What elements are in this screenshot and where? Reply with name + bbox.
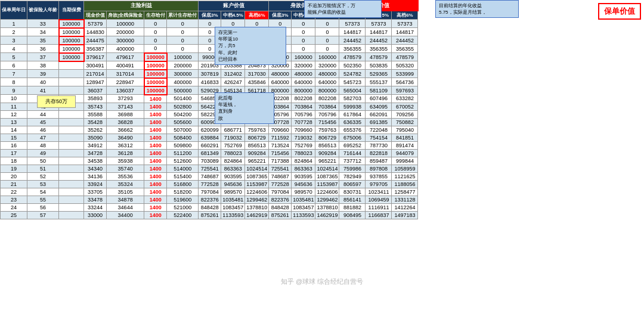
table-row: 2 34 100000 144830 200000 0 0 0 0 0 0 0 … [1, 28, 418, 36]
death-all-header: 身故|全残保险金 [107, 11, 144, 20]
cell-death45: 705796 [292, 110, 315, 118]
cell-acct45: 719032 [221, 134, 245, 141]
cell-acct6: 856513 [245, 141, 269, 149]
cell-survival: 1400 [144, 141, 167, 149]
cell-survival: 1400 [144, 126, 167, 134]
cell-year: 7 [1, 70, 27, 78]
cell-fee [59, 118, 84, 126]
cell-fee [59, 61, 84, 70]
cell-survival: 1400 [144, 188, 167, 196]
cell-acct3: 416833 [199, 78, 221, 86]
cell-acct3: 639884 [199, 134, 221, 141]
cell-acct6: 1024514 [245, 165, 269, 172]
cell-pv3: 502350 [339, 61, 366, 70]
cell-pv6: 891474 [392, 141, 418, 149]
cell-cash: 34136 [84, 172, 107, 180]
cell-death6: 1378810 [315, 203, 339, 211]
cell-year: 20 [1, 172, 27, 180]
cell-death45: 709660 [292, 126, 315, 134]
cell-year: 10 [1, 95, 27, 103]
cell-death45: 788023 [292, 149, 315, 157]
cell-pv45: 57373 [366, 20, 392, 28]
policy-table: 保单周年日 被保险人年龄 当期保费 主险利益 账户价值 身故保险金 保单价值 现… [0, 0, 419, 219]
cell-cumulative: 501400 [167, 95, 199, 103]
cell-death: 200000 [107, 28, 144, 36]
cell-survival: 1400 [144, 118, 167, 126]
cell-death6: 909284 [315, 149, 339, 157]
cell-death6: 1024514 [315, 165, 339, 172]
cell-acct45: 426247 [221, 78, 245, 86]
cell-pv3: 57373 [339, 20, 366, 28]
cell-death: 36128 [107, 149, 144, 157]
cell-fee [59, 149, 84, 157]
cell-acct6: 1153987 [245, 180, 269, 188]
cell-death: 479617 [107, 53, 144, 61]
cell-cumulative: 516800 [167, 180, 199, 188]
cell-pv3: 244452 [339, 36, 366, 45]
cell-age: 50 [27, 157, 59, 165]
cell-acct3: 620099 [199, 126, 221, 134]
cell-death6: 0 [315, 28, 339, 36]
cell-acct3: 748687 [199, 172, 221, 180]
table-row: 6 38 300491 400491 100000 200000 201903 … [1, 61, 418, 70]
cell-pv3: 881882 [339, 203, 366, 211]
cell-acct45: 863363 [221, 165, 245, 172]
table-row: 25 57 33000 34400 1400 522400 875261 113… [1, 211, 418, 219]
cell-cumulative: 0 [167, 36, 199, 45]
cell-pv45: 1116911 [366, 203, 392, 211]
cell-year: 6 [1, 61, 27, 70]
cell-cumulative: 500000 [167, 86, 199, 95]
cell-death45: 903595 [292, 172, 315, 180]
cell-acct6: 1378810 [245, 203, 269, 211]
cell-death: 34400 [107, 211, 144, 219]
cell-pv45: 1166837 [366, 211, 392, 219]
cell-pv3: 806597 [339, 180, 366, 188]
cell-cash: 35588 [84, 110, 107, 118]
cell-death: 37143 [107, 103, 144, 110]
cell-pv6: 356355 [392, 45, 418, 53]
cell-year: 24 [1, 203, 27, 211]
cell-death: 36662 [107, 126, 144, 134]
cell-death45: 945636 [292, 180, 315, 188]
cell-death45: 1083457 [292, 203, 315, 211]
cell-pv6: 57373 [392, 20, 418, 28]
cell-fee [59, 141, 84, 149]
cell-death6: 1087365 [315, 172, 339, 180]
cell-survival: 100000 [144, 86, 167, 95]
cell-pv45: 478579 [366, 53, 392, 61]
cell-pv3: 830731 [339, 188, 366, 196]
cell-pv45: 754154 [366, 134, 392, 141]
table-row: 3 35 100000 244475 300000 0 0 0 0 0 0 0 … [1, 36, 418, 45]
cell-death45: 824864 [292, 157, 315, 165]
cell-death: 34878 [107, 196, 144, 203]
cell-cash: 356387 [84, 45, 107, 53]
cell-pv6: 1058959 [392, 165, 418, 172]
cell-survival: 1400 [144, 203, 167, 211]
cell-death45: 802208 [292, 95, 315, 103]
cell-fee [59, 134, 84, 141]
acct-mid-header: 中档4.5% [221, 11, 245, 20]
cell-pv6: 1412264 [392, 203, 418, 211]
cell-death3: 709660 [269, 126, 292, 134]
table-row: 19 51 34340 35740 1400 514000 725541 863… [1, 165, 418, 172]
cell-death45: 640000 [292, 78, 315, 86]
cell-death6: 320000 [315, 61, 339, 70]
cell-acct6: 435846 [245, 78, 269, 86]
cell-cash: 33924 [84, 180, 107, 188]
cell-cumulative: 519600 [167, 196, 199, 203]
cell-age: 49 [27, 149, 59, 157]
cell-death45: 707728 [292, 118, 315, 126]
cell-death: 100000 [107, 20, 144, 28]
cell-pv6: 1188056 [392, 180, 418, 188]
cell-death3: 725541 [269, 165, 292, 172]
cell-year: 13 [1, 118, 27, 126]
cell-year: 8 [1, 78, 27, 86]
cell-age: 44 [27, 110, 59, 118]
cell-survival: 100000 [144, 53, 167, 61]
cell-survival: 1400 [144, 103, 167, 110]
cell-survival: 1400 [144, 165, 167, 172]
cell-year: 1 [1, 20, 27, 28]
table-row: 13 45 35428 36828 1400 505600 600909 655… [1, 118, 418, 126]
cell-pv3: 675006 [339, 134, 366, 141]
cell-cash: 35428 [84, 118, 107, 126]
